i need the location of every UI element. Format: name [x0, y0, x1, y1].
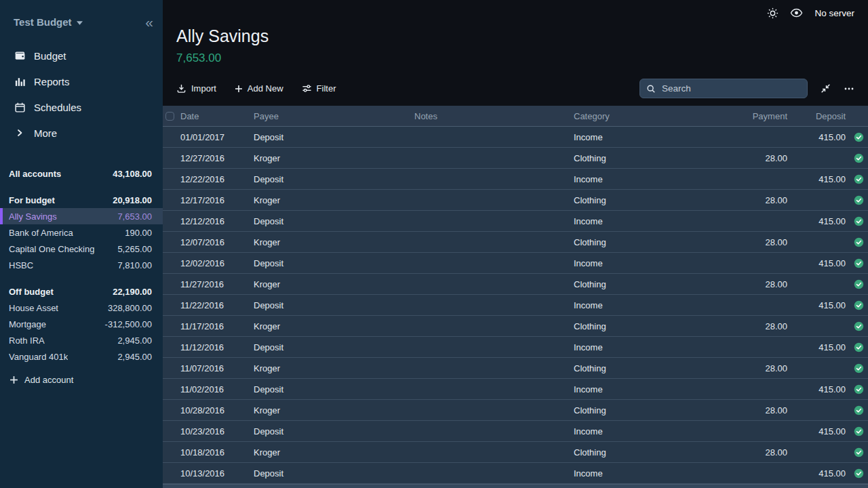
budget-switcher-button[interactable]: Test Budget: [14, 16, 83, 28]
cell-payment[interactable]: 28.00: [740, 237, 793, 247]
transaction-row[interactable]: 10/13/2016DepositIncome415.00: [163, 463, 868, 484]
cell-date[interactable]: 11/27/2016: [180, 279, 254, 289]
search-input[interactable]: [660, 83, 801, 94]
cell-payment[interactable]: 28.00: [740, 153, 793, 163]
cell-deposit[interactable]: 415.00: [793, 174, 850, 184]
cell-date[interactable]: 11/12/2016: [180, 342, 254, 352]
filter-button[interactable]: Filter: [302, 83, 336, 94]
transaction-row[interactable]: 11/12/2016DepositIncome415.00: [163, 337, 868, 358]
cell-payee[interactable]: Kroger: [254, 153, 414, 163]
sidebar-item-schedules[interactable]: Schedules: [0, 94, 163, 120]
transaction-row[interactable]: 12/22/2016DepositIncome415.00: [163, 169, 868, 190]
cell-date[interactable]: 11/22/2016: [180, 300, 254, 310]
cleared-toggle[interactable]: [850, 258, 868, 268]
account-row-mortgage[interactable]: Mortgage-312,500.00: [0, 316, 163, 332]
add-account-button[interactable]: Add account: [0, 375, 163, 385]
transaction-row[interactable]: 12/17/2016KrogerClothing28.00: [163, 190, 868, 211]
cell-payee[interactable]: Deposit: [254, 426, 414, 436]
cell-category[interactable]: Income: [574, 216, 740, 226]
transaction-row[interactable]: 10/23/2016DepositIncome415.00: [163, 421, 868, 442]
cell-date[interactable]: 10/13/2016: [180, 468, 254, 479]
account-row-capital-one-checking[interactable]: Capital One Checking5,265.00: [0, 241, 163, 257]
cell-date[interactable]: 12/17/2016: [180, 195, 254, 205]
cell-payment[interactable]: 28.00: [740, 405, 793, 415]
transaction-row[interactable]: 10/18/2016KrogerClothing28.00: [163, 442, 868, 463]
transaction-row[interactable]: 11/17/2016KrogerClothing28.00: [163, 316, 868, 337]
transaction-row[interactable]: 11/22/2016DepositIncome415.00: [163, 295, 868, 316]
cleared-toggle[interactable]: [850, 384, 868, 394]
transaction-row[interactable]: 10/28/2016KrogerClothing28.00: [163, 400, 868, 421]
theme-toggle-button[interactable]: [767, 7, 778, 19]
cell-date[interactable]: 11/02/2016: [180, 384, 254, 394]
account-row-roth-ira[interactable]: Roth IRA2,945.00: [0, 332, 163, 348]
cleared-toggle[interactable]: [850, 426, 868, 436]
more-options-button[interactable]: [844, 83, 854, 94]
cell-deposit[interactable]: 415.00: [793, 384, 850, 394]
privacy-toggle-button[interactable]: [790, 7, 803, 18]
cell-payee[interactable]: Deposit: [254, 342, 414, 352]
select-all-checkbox[interactable]: [165, 112, 174, 121]
cell-date[interactable]: 11/17/2016: [180, 321, 254, 331]
cell-category[interactable]: Income: [574, 426, 740, 436]
account-row-house-asset[interactable]: House Asset328,800.00: [0, 300, 163, 316]
cell-payee[interactable]: Deposit: [254, 174, 414, 184]
cleared-toggle[interactable]: [850, 195, 868, 205]
sidebar-item-budget[interactable]: Budget: [0, 43, 163, 68]
cell-payee[interactable]: Deposit: [254, 216, 414, 226]
cleared-toggle[interactable]: [850, 279, 868, 289]
cell-deposit[interactable]: 415.00: [793, 216, 850, 226]
cell-payee[interactable]: Kroger: [254, 321, 414, 331]
cell-date[interactable]: 12/02/2016: [180, 258, 254, 268]
cell-payee[interactable]: Deposit: [254, 132, 414, 142]
account-row-hsbc[interactable]: HSBC7,810.00: [0, 257, 163, 273]
cell-category[interactable]: Income: [574, 384, 740, 394]
cell-deposit[interactable]: 415.00: [793, 300, 850, 310]
cell-category[interactable]: Income: [574, 300, 740, 310]
transaction-row-partial[interactable]: [163, 484, 868, 488]
cell-payment[interactable]: 28.00: [740, 321, 793, 331]
cell-payee[interactable]: Kroger: [254, 279, 414, 289]
transaction-row[interactable]: 11/27/2016KrogerClothing28.00: [163, 274, 868, 295]
cell-category[interactable]: Income: [574, 468, 740, 479]
transaction-row[interactable]: 12/27/2016KrogerClothing28.00: [163, 148, 868, 169]
cell-payee[interactable]: Deposit: [254, 300, 414, 310]
cleared-toggle[interactable]: [850, 300, 868, 310]
cell-payment[interactable]: 28.00: [740, 447, 793, 458]
cell-date[interactable]: 10/23/2016: [180, 426, 254, 436]
cell-category[interactable]: Clothing: [574, 279, 740, 289]
cell-deposit[interactable]: 415.00: [793, 426, 850, 436]
server-status-button[interactable]: No server: [814, 8, 854, 18]
transaction-row[interactable]: 11/07/2016KrogerClothing28.00: [163, 358, 868, 379]
collapse-sidebar-button[interactable]: «: [145, 18, 153, 27]
cleared-toggle[interactable]: [850, 405, 868, 415]
transaction-row[interactable]: 12/02/2016DepositIncome415.00: [163, 253, 868, 274]
cell-category[interactable]: Clothing: [574, 405, 740, 415]
account-group-off-budget[interactable]: Off budget22,190.00: [0, 283, 163, 300]
cell-deposit[interactable]: 415.00: [793, 468, 850, 479]
cleared-toggle[interactable]: [850, 153, 868, 163]
cell-payee[interactable]: Kroger: [254, 363, 414, 373]
cell-deposit[interactable]: 415.00: [793, 258, 850, 268]
cell-payee[interactable]: Kroger: [254, 447, 414, 458]
transaction-row[interactable]: 12/07/2016KrogerClothing28.00: [163, 232, 868, 253]
cell-category[interactable]: Clothing: [574, 447, 740, 458]
cell-date[interactable]: 10/18/2016: [180, 447, 254, 458]
cell-payee[interactable]: Deposit: [254, 468, 414, 479]
cell-deposit[interactable]: 415.00: [793, 342, 850, 352]
cell-category[interactable]: Income: [574, 132, 740, 142]
transaction-row[interactable]: 11/02/2016DepositIncome415.00: [163, 379, 868, 400]
cleared-toggle[interactable]: [850, 447, 868, 458]
cleared-toggle[interactable]: [850, 342, 868, 352]
account-row-vanguard-401k[interactable]: Vanguard 401k2,945.00: [0, 348, 163, 365]
cell-date[interactable]: 12/12/2016: [180, 216, 254, 226]
cell-category[interactable]: Clothing: [574, 153, 740, 163]
cell-payment[interactable]: 28.00: [740, 279, 793, 289]
cell-payment[interactable]: 28.00: [740, 363, 793, 373]
cleared-toggle[interactable]: [850, 363, 868, 373]
transaction-row[interactable]: 12/12/2016DepositIncome415.00: [163, 211, 868, 232]
cell-category[interactable]: Income: [574, 342, 740, 352]
cell-payee[interactable]: Deposit: [254, 258, 414, 268]
cleared-toggle[interactable]: [850, 216, 868, 226]
cell-category[interactable]: Clothing: [574, 195, 740, 205]
cell-category[interactable]: Income: [574, 258, 740, 268]
